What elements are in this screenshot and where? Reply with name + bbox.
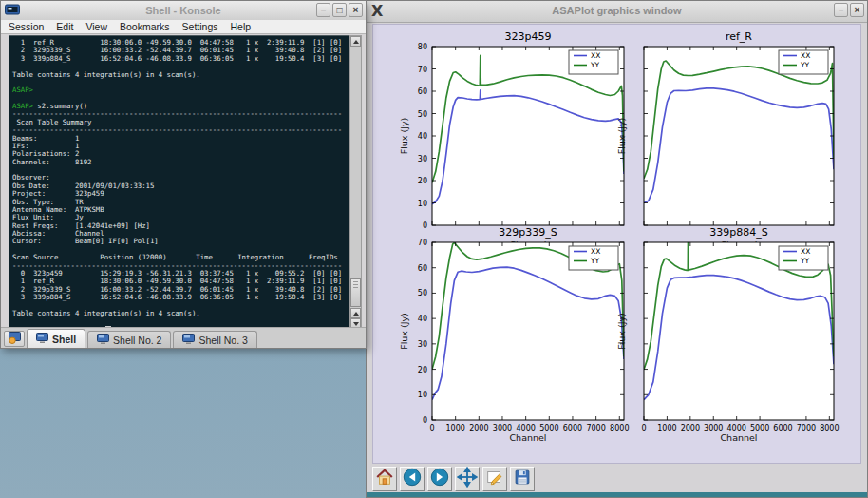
terminal-line bbox=[12, 166, 349, 174]
new-session-button[interactable] bbox=[4, 331, 25, 347]
new-session-icon bbox=[8, 331, 22, 348]
forward-button[interactable] bbox=[427, 467, 452, 491]
pan-icon bbox=[457, 467, 478, 491]
svg-text:6000: 6000 bbox=[773, 424, 792, 432]
svg-text:8000: 8000 bbox=[610, 424, 629, 432]
svg-text:60: 60 bbox=[418, 87, 427, 96]
menu-item-view[interactable]: View bbox=[85, 21, 107, 32]
svg-text:6000: 6000 bbox=[563, 424, 582, 432]
svg-text:0: 0 bbox=[641, 424, 646, 432]
back-button[interactable] bbox=[400, 467, 425, 491]
terminal-line: Channels: 8192 bbox=[12, 159, 349, 166]
konsole-window-title: Shell - Konsole bbox=[1, 5, 366, 16]
desktop: Shell - Konsole –□× SessionEditViewBookm… bbox=[0, 0, 868, 498]
tab-shell[interactable]: Shell bbox=[27, 329, 85, 348]
svg-text:YY: YY bbox=[590, 61, 600, 69]
menu-item-bookmarks[interactable]: Bookmarks bbox=[120, 21, 170, 32]
menu-item-edit[interactable]: Edit bbox=[56, 21, 73, 32]
svg-text:323p459: 323p459 bbox=[505, 30, 552, 43]
svg-text:ref_R: ref_R bbox=[726, 30, 752, 43]
svg-text:50: 50 bbox=[418, 110, 427, 119]
svg-text:339p884_S: 339p884_S bbox=[709, 226, 767, 239]
save-button[interactable] bbox=[510, 467, 535, 491]
asaplot-close-button[interactable]: × bbox=[850, 3, 864, 17]
konsole-maximize-button[interactable]: □ bbox=[332, 3, 347, 17]
svg-text:2000: 2000 bbox=[681, 424, 700, 432]
back-icon bbox=[402, 467, 423, 491]
svg-text:10: 10 bbox=[418, 391, 427, 399]
svg-text:1000: 1000 bbox=[657, 424, 676, 432]
konsole-app-icon bbox=[5, 4, 20, 17]
menu-item-help[interactable]: Help bbox=[231, 21, 252, 32]
svg-text:10: 10 bbox=[418, 200, 427, 208]
home-button[interactable] bbox=[372, 467, 397, 491]
terminal-line bbox=[12, 317, 349, 325]
svg-text:YY: YY bbox=[800, 257, 810, 265]
konsole-window: Shell - Konsole –□× SessionEditViewBookm… bbox=[0, 0, 367, 349]
menu-item-session[interactable]: Session bbox=[9, 21, 44, 32]
terminal-output[interactable]: 1 ref_R 18:30:06.0 -49.59.30.0 04:47:58 … bbox=[9, 35, 350, 330]
tab-label: Shell No. 3 bbox=[198, 335, 247, 346]
svg-text:70: 70 bbox=[418, 66, 427, 74]
terminal-line: 3 339p884_S 16:52:04.6 -46.08.33.9 06:36… bbox=[12, 294, 349, 301]
scroll-up2-icon[interactable] bbox=[350, 308, 361, 318]
svg-text:40: 40 bbox=[418, 315, 427, 323]
konsole-close-button[interactable]: × bbox=[349, 3, 363, 17]
svg-text:60: 60 bbox=[418, 264, 427, 273]
terminal-line: Table contains 4 integration(s) in 4 sca… bbox=[12, 71, 349, 79]
tab-shell-no-2[interactable]: Shell No. 2 bbox=[87, 331, 171, 348]
svg-text:YY: YY bbox=[800, 61, 810, 69]
window-bottom-border bbox=[367, 492, 867, 497]
asaplot-window-title: ASAPlot graphics window bbox=[367, 5, 867, 16]
scrollbar-thumb[interactable] bbox=[350, 278, 361, 307]
tab-shell-no-3[interactable]: Shell No. 3 bbox=[173, 331, 256, 348]
svg-text:20: 20 bbox=[418, 177, 427, 185]
terminal-line: 3 339p884_S 16:52:04.6 -46.08.33.9 06:36… bbox=[12, 55, 349, 63]
terminal-line bbox=[12, 79, 349, 86]
asaplot-minimize-button[interactable]: – bbox=[834, 3, 848, 17]
terminal-tab-icon bbox=[182, 334, 195, 346]
svg-text:Flux (Jy): Flux (Jy) bbox=[399, 313, 409, 350]
save-icon bbox=[512, 467, 533, 491]
figure-canvas[interactable]: 01020304050607080Channel323p459Flux (Jy)… bbox=[372, 24, 861, 464]
svg-text:0: 0 bbox=[429, 424, 434, 432]
svg-text:Flux (Jy): Flux (Jy) bbox=[616, 313, 627, 350]
konsole-menubar: SessionEditViewBookmarksSettingsHelp bbox=[1, 20, 366, 34]
svg-text:0: 0 bbox=[423, 416, 427, 425]
charts-svg: 01020304050607080Channel323p459Flux (Jy)… bbox=[373, 25, 862, 465]
konsole-tabbar: ShellShell No. 2Shell No. 3 bbox=[1, 327, 366, 348]
home-icon bbox=[374, 467, 395, 491]
terminal-line: Cursor: Beam[0] IF[0] Pol[1] bbox=[12, 238, 349, 245]
svg-text:70: 70 bbox=[418, 239, 427, 247]
menu-item-settings[interactable]: Settings bbox=[182, 21, 218, 32]
svg-text:329p339_S: 329p339_S bbox=[499, 226, 557, 239]
svg-text:50: 50 bbox=[418, 289, 427, 297]
tab-label: Shell No. 2 bbox=[113, 335, 161, 346]
svg-text:XX: XX bbox=[801, 51, 810, 60]
svg-text:80: 80 bbox=[418, 43, 427, 51]
svg-text:0: 0 bbox=[423, 221, 427, 230]
svg-text:Flux (Jy): Flux (Jy) bbox=[399, 118, 409, 155]
svg-text:20: 20 bbox=[418, 366, 427, 374]
svg-text:30: 30 bbox=[418, 340, 427, 349]
terminal-tab-icon bbox=[36, 333, 48, 345]
terminal-tab-icon bbox=[97, 334, 109, 346]
asaplot-titlebar[interactable]: X ASAPlot graphics window –× bbox=[367, 1, 867, 23]
svg-text:30: 30 bbox=[418, 155, 427, 163]
subplots-config-button[interactable] bbox=[482, 467, 507, 491]
plot-toolbar bbox=[367, 464, 867, 494]
terminal-scrollbar[interactable] bbox=[349, 35, 362, 330]
terminal-line: Table contains 4 integration(s) in 4 sca… bbox=[12, 310, 349, 317]
svg-text:XX: XX bbox=[591, 51, 600, 60]
subplots-icon bbox=[484, 467, 505, 491]
svg-text:7000: 7000 bbox=[586, 424, 605, 432]
asaplot-window: X ASAPlot graphics window –× 01020304050… bbox=[366, 0, 868, 498]
konsole-minimize-button[interactable]: – bbox=[316, 3, 330, 17]
svg-text:YY: YY bbox=[590, 257, 600, 265]
scroll-up-icon[interactable] bbox=[350, 36, 361, 47]
pan-button[interactable] bbox=[455, 467, 480, 491]
konsole-titlebar[interactable]: Shell - Konsole –□× bbox=[1, 1, 366, 21]
svg-text:1000: 1000 bbox=[445, 424, 464, 432]
asaplot-window-buttons: –× bbox=[834, 3, 864, 17]
svg-text:Channel: Channel bbox=[720, 432, 757, 443]
